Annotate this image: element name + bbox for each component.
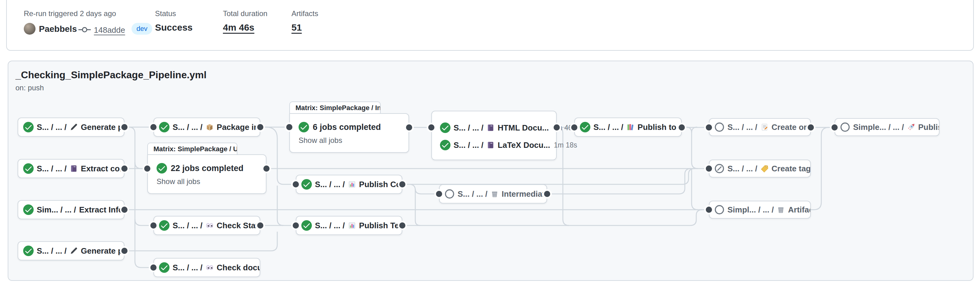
connector-dot [704,205,714,214]
connector-dot [398,180,407,189]
matrix-summary: 22 jobs completed [156,163,266,174]
connector-dot [552,123,561,132]
job-node-publish-code-c[interactable]: S... / ... /Publish Code C...22s [296,175,402,194]
success-icon [301,220,312,231]
job-prefix: S... / ... / [37,246,67,256]
job-prefix: S... / ... / [173,221,202,230]
job-label: Publish to GH-P... [638,123,682,132]
job-label: Check Static Ty... [217,221,260,230]
connector-dot [120,205,129,214]
job-label: Artifact Cleanup [788,205,811,215]
job-node-publish-to-pypi[interactable]: Simple... / ... /Publish to PyPI [835,118,940,136]
job-node-extract-information[interactable]: Sim... / ... /Extract Information4s [18,200,124,219]
job-node-check-static-ty[interactable]: S... / ... /Check Static Ty...14s [153,216,260,235]
job-node-generate-pipelin[interactable]: S... / ... /Generate pipelin...4s [18,241,124,261]
job-label: Create tag '${{ in... [772,164,811,174]
job-node-package-in-sou[interactable]: S... / ... /Package in Sou...18s [153,118,260,137]
notebook-icon [70,165,78,173]
job-duration: 1m 18s [554,141,577,149]
connector-dot [149,263,158,272]
success-icon [440,123,450,133]
matrix-summary-text: 6 jobs completed [313,123,381,132]
package-icon [206,123,214,131]
connector-dot [434,189,444,198]
job-node-html-docu[interactable]: S... / ... /HTML Docu...1m 46s [432,119,556,136]
success-icon [23,122,33,133]
job-node-artifact-cleanup[interactable]: Simpl... / ... /Artifact Cleanup [709,201,811,219]
success-icon [23,246,33,256]
success-icon [159,220,170,231]
pencil-icon [70,123,78,131]
eyes-icon [206,221,214,230]
eyes-icon [206,264,214,272]
success-icon [299,122,309,133]
notebook-icon [487,141,495,149]
connector-dot [398,221,407,230]
connector-dot [427,123,436,132]
connector-dot [285,123,294,132]
job-node-generate-pipelin[interactable]: S... / ... /Generate pipelin...3s [18,118,124,137]
pencil-icon [70,247,78,255]
skipped-icon [840,122,850,132]
matrix-card-matrix-simplepackage-install[interactable]: 6 jobs completedShow all jobs [289,113,409,153]
connector-dot [149,123,158,132]
job-node-publish-to-gh-p[interactable]: S... / ... /Publish to GH-P...7s [574,118,682,137]
job-prefix: S... / ... / [37,164,67,174]
connector-dot [830,123,839,132]
show-all-jobs-link[interactable]: Show all jobs [156,177,266,186]
matrix-card-matrix-simplepackage-unittest[interactable]: 22 jobs completedShow all jobs [147,154,266,194]
job-prefix: Simpl... / ... / [727,205,774,215]
connector-dot [143,164,152,173]
cancelled-icon [714,164,724,174]
connector-dot [120,123,129,132]
job-prefix: S... / ... / [37,123,67,132]
connector-dot [570,123,579,132]
connector-dot [704,164,714,173]
job-label: LaTeX Docu... [498,141,550,150]
success-icon [580,122,590,133]
job-node-latex-docu[interactable]: S... / ... /LaTeX Docu...1m 18s [432,136,556,154]
skipped-icon [714,205,724,215]
job-label: Create or Update R... [772,123,811,132]
job-label: Package in Sou... [217,123,260,132]
matrix-summary: 6 jobs completed [299,122,409,133]
connector-dot [291,221,301,230]
connector-dot [256,123,265,132]
job-prefix: S... / ... / [173,123,202,132]
job-node-extract-configur[interactable]: S... / ... /Extract configur...6s [18,159,124,178]
show-all-jobs-link[interactable]: Show all jobs [299,136,409,145]
job-label: Extract configur... [81,164,124,174]
connector-dot [120,246,129,256]
bar-chart-icon [348,180,356,189]
job-prefix: Simple... / ... / [853,123,904,132]
job-label: Extract Information [79,205,124,215]
connector-dot [542,189,552,198]
skipped-icon [445,189,455,199]
connector-dot [677,123,686,132]
success-icon [301,179,312,190]
success-icon [23,163,33,174]
success-icon [23,205,33,215]
connector-dot [806,123,815,132]
job-node-publish-test-re[interactable]: S... / ... /Publish Test Re...14s [296,216,402,235]
job-prefix: S... / ... / [453,123,484,133]
job-node-check-docume[interactable]: S... / ... /Check docume...11s [153,258,260,277]
job-node-create-or-update-r[interactable]: S... / ... /Create or Update R... [709,118,811,136]
connector-dot [291,180,301,189]
job-node-intermediate-artifa[interactable]: S... / ... /Intermediate Artifa... [439,184,547,203]
job-prefix: Sim... / ... / [37,205,76,215]
connector-dot [120,164,129,173]
job-prefix: S... / ... / [315,221,345,230]
job-prefix: S... / ... / [593,123,624,132]
job-label: Publish to PyPI [918,123,940,132]
job-prefix: S... / ... / [727,164,757,174]
job-prefix: S... / ... / [315,180,345,189]
job-prefix: S... / ... / [453,141,484,150]
job-label: Generate pipelin... [81,246,124,256]
job-prefix: S... / ... / [458,189,488,199]
job-label: Generate pipelin... [81,123,124,132]
matrix-tab-matrix-simplepackage-unittest: Matrix: SimplePackage / UnitTest... [147,142,237,155]
books-icon [627,123,635,131]
notebook-icon [487,124,495,132]
job-node-create-tag-in[interactable]: S... / ... /Create tag '${{ in...0s [709,160,811,177]
